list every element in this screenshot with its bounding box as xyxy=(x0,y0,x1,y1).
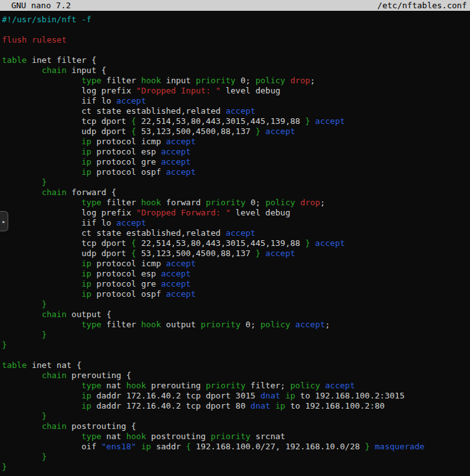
code-line: type nat hook postrouting priority srcna… xyxy=(2,432,470,442)
code-line: ip protocol ospf accept xyxy=(2,289,470,299)
code-line: type nat hook prerouting priority filter… xyxy=(2,381,470,391)
code-line: } xyxy=(2,177,470,187)
code-line: oif "ens18" ip saddr { 192.168.100.0/27,… xyxy=(2,442,470,452)
code-line: ct state established,related accept xyxy=(2,106,470,116)
code-line: ip daddr 172.16.40.2 tcp dport 3015 dnat… xyxy=(2,391,470,401)
code-line: ip protocol esp accept xyxy=(2,269,470,279)
code-line: ip protocol ospf accept xyxy=(2,167,470,177)
nano-version-label: GNU nano 7.2 xyxy=(1,1,71,10)
code-line: ip protocol icmp accept xyxy=(2,137,470,147)
code-line xyxy=(2,350,470,360)
code-line: ct state established,related accept xyxy=(2,228,470,238)
code-line: chain postrouting { xyxy=(2,421,470,432)
nano-titlebar: GNU nano 7.2 /etc/nftables.conf xyxy=(0,0,470,11)
editor[interactable]: #!/usr/sbin/nft -fflush rulesettable ine… xyxy=(0,11,470,472)
code-line: } xyxy=(2,462,470,472)
code-line: log prefix "Dropped Forward: " level deb… xyxy=(2,208,470,218)
code-line: type filter hook input priority 0; polic… xyxy=(2,76,470,86)
code-line: udp dport { 53,123,500,4500,88,137 } acc… xyxy=(2,248,470,259)
code-line: ip protocol icmp accept xyxy=(2,259,470,269)
code-line: flush ruleset xyxy=(2,35,470,45)
code-line: table inet filter { xyxy=(2,55,470,65)
code-line xyxy=(2,45,470,55)
code-line: ip protocol gre accept xyxy=(2,157,470,167)
code-line: chain output { xyxy=(2,309,470,320)
code-line: ip daddr 172.16.40.2 tcp dport 80 dnat i… xyxy=(2,401,470,411)
code-line: iif lo accept xyxy=(2,96,470,106)
code-line: } xyxy=(2,340,470,350)
code-line: type filter hook forward priority 0; pol… xyxy=(2,198,470,208)
code-line: tcp dport { 22,514,53,80,443,3015,445,13… xyxy=(2,116,470,126)
code-line: chain input { xyxy=(2,65,470,76)
code-line xyxy=(2,25,470,35)
code-line: log prefix "Dropped Input: " level debug xyxy=(2,86,470,96)
code-line: } xyxy=(2,299,470,309)
file-path-label: /etc/nftables.conf xyxy=(377,1,467,10)
code-line: chain prerouting { xyxy=(2,371,470,381)
code-line: table inet nat { xyxy=(2,360,470,371)
code-line: type filter hook output priority 0; poli… xyxy=(2,320,470,330)
code-line: } xyxy=(2,330,470,340)
code-line: } xyxy=(2,411,470,421)
code-line: } xyxy=(2,452,470,462)
code-line: iif lo accept xyxy=(2,218,470,228)
code-line: chain forward { xyxy=(2,187,470,198)
chevron-right-icon: ▸ xyxy=(2,218,6,225)
code-line: udp dport { 53,123,500,4500,88,137 } acc… xyxy=(2,126,470,137)
code-line: ip protocol esp accept xyxy=(2,147,470,157)
code-line: #!/usr/sbin/nft -f xyxy=(2,15,470,25)
code-line: tcp dport { 22,514,53,80,443,3015,445,13… xyxy=(2,238,470,248)
side-panel-toggle[interactable]: ▸ xyxy=(0,211,8,231)
code-line: ip protocol gre accept xyxy=(2,279,470,289)
